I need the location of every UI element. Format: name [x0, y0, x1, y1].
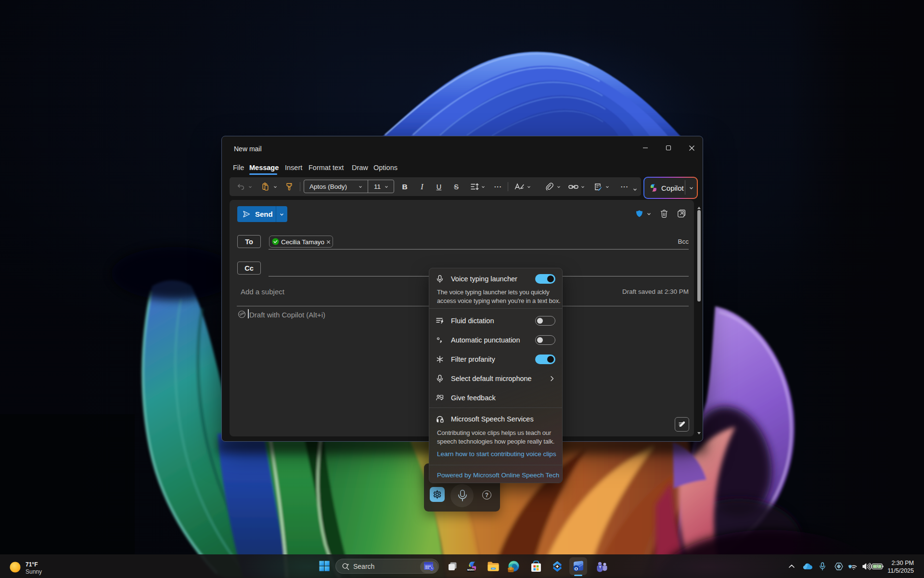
- svg-text:M365: M365: [467, 568, 475, 571]
- svg-text:T: T: [599, 565, 602, 569]
- svg-text:O: O: [575, 566, 578, 571]
